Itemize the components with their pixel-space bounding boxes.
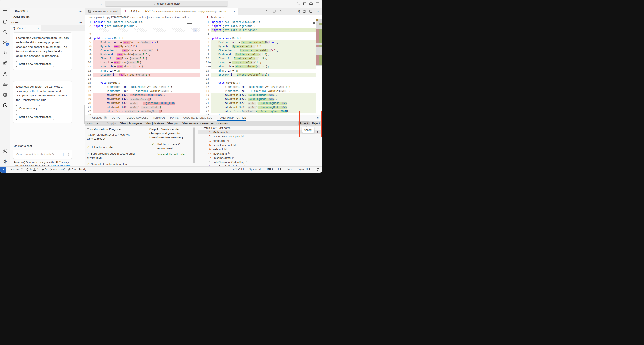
diff-original-editor[interactable]: 1package com.unicorn.store.utils;2import… [86, 20, 203, 115]
reject-button[interactable]: Reject [312, 122, 320, 125]
new-chat-tab-icon[interactable]: + [44, 26, 46, 30]
breadcrumb-item[interactable]: com [155, 16, 160, 19]
file-row-unicorns-xhtml[interactable]: unicorns.xhtmlM [198, 156, 322, 160]
chat-more-icon[interactable]: ··· [79, 21, 82, 24]
section-chat[interactable]: › CHAT ··· [10, 20, 86, 25]
notifications-bell-icon[interactable] [316, 168, 319, 171]
sidebar-more-icon[interactable]: ··· [79, 10, 82, 13]
panel-tab-terminal[interactable]: TERMINAL [153, 115, 166, 120]
tab-preview-summary[interactable]: Preview summary.md [86, 8, 121, 15]
breadcrumb-item[interactable]: Math.java [211, 16, 222, 19]
accept-button[interactable]: Accept [298, 122, 310, 125]
encoding[interactable]: UTF-8 [266, 168, 273, 171]
breadcrumb-item[interactable]: ... [225, 16, 228, 19]
view-plan-action[interactable]: View plan [168, 122, 179, 125]
cursor-position[interactable]: Ln 3, Col 1 [232, 168, 244, 171]
toggle-secondary-sidebar-icon[interactable] [316, 2, 320, 6]
view-summary-button[interactable]: View summary [16, 105, 40, 111]
start-a-new-transformation-button[interactable]: Start a new transformation [16, 61, 54, 67]
breadcrumb-item[interactable]: utils [182, 16, 187, 19]
language-mode[interactable]: Java [286, 168, 292, 171]
back-icon[interactable]: ← [92, 2, 97, 6]
breadcrumb-item[interactable]: src [132, 16, 136, 19]
split-editor-icon[interactable] [309, 10, 312, 13]
breadcrumb-item[interactable]: project-copy-1739707567962 [96, 16, 130, 19]
breadcrumb-item[interactable]: java [147, 16, 152, 19]
toggle-sidebar-icon[interactable] [302, 2, 307, 6]
account-icon[interactable] [2, 148, 8, 154]
breadcrumb-item[interactable]: unicorn [162, 16, 171, 19]
send-icon[interactable] [66, 153, 70, 156]
run-debug-icon[interactable] [2, 50, 8, 56]
amazon-q-status-item[interactable]: Amazon Q [49, 168, 65, 171]
toggle-panel-icon[interactable] [309, 2, 313, 6]
forward-icon[interactable]: → [98, 2, 103, 6]
panel-tab-problems[interactable]: PROBLEMS1 [89, 115, 107, 120]
pilcrow-icon[interactable]: ¶ [298, 10, 300, 13]
left-scrollbar-thumb[interactable] [187, 23, 192, 24]
explorer-icon[interactable] [2, 19, 8, 24]
diff-modified-editor[interactable]: 1package com.unicorn.store.utils;2import… [203, 20, 322, 115]
command-center-search[interactable]: unicorn-store-javax [105, 1, 228, 6]
extensions-icon[interactable] [2, 61, 8, 66]
menu-icon[interactable] [2, 9, 8, 14]
eol[interactable]: LF [278, 168, 281, 171]
copy-icon[interactable] [272, 10, 276, 13]
chat-input[interactable] [16, 153, 62, 156]
tab-math-java-diff[interactable]: J Math.java ↔ Math.java src/main/java/co… [121, 8, 238, 15]
ports-item[interactable]: 0 [41, 168, 46, 171]
close-icon[interactable]: × [38, 26, 40, 30]
chat-tab[interactable]: Q - Code Tra... × [10, 25, 41, 31]
section-code-issues[interactable]: › CODE ISSUES [10, 14, 86, 20]
test-beaker-icon[interactable] [2, 71, 8, 77]
file-row-index-xhtml[interactable]: index.xhtmlM [198, 151, 322, 156]
customize-layout-icon[interactable] [296, 2, 300, 6]
arrow-up-icon[interactable] [279, 10, 282, 13]
docker-icon[interactable] [2, 82, 8, 87]
view-job-status-action[interactable]: View job status [146, 122, 164, 125]
arrow-down-icon[interactable] [285, 10, 289, 13]
view-job-progress-action[interactable]: View job progress [120, 122, 142, 125]
view-summary-action[interactable]: View summary [182, 122, 200, 125]
panel-more-icon[interactable]: ··· [306, 116, 309, 120]
panel-close-icon[interactable]: × [317, 116, 318, 120]
status-scrollbar[interactable] [193, 128, 195, 163]
indentation[interactable]: Spaces: 4 [249, 168, 260, 171]
overview-ruler[interactable] [316, 19, 322, 116]
chat-scrollbar[interactable] [84, 105, 85, 124]
panel-tab-ports[interactable]: PORTS [170, 115, 179, 120]
breadcrumb-item[interactable]: tmp [89, 16, 93, 19]
run-icon[interactable]: › [265, 10, 270, 13]
search-icon[interactable] [2, 29, 8, 35]
problems-item[interactable]: 0 1 [26, 168, 38, 171]
panel-tab-output[interactable]: OUTPUT [112, 115, 122, 120]
diff-revert-arrow-button[interactable]: → [192, 28, 197, 32]
file-row-unicornpresenter-java[interactable]: JUnicornPresenter.javaM [198, 134, 322, 138]
code-text: Double d = Double.valueOf(d:1.0); [212, 52, 316, 56]
panel-tab-code-reference-log[interactable]: CODE REFERENCE LOG [184, 115, 212, 120]
settings-gear-icon[interactable]: ⚙ [2, 159, 8, 164]
file-row-buildcommandoutput-log[interactable]: buildCommandOutput.logA [198, 160, 322, 164]
right-scrollbar-thumb[interactable] [312, 22, 316, 24]
start-a-new-transformation-button[interactable]: Start a new transformation [16, 114, 54, 120]
keyboard-layout[interactable]: Layout: U.S. [297, 168, 311, 171]
source-control-icon[interactable]: 1 [2, 40, 8, 45]
java-status-item[interactable]: Java: Ready [68, 168, 86, 171]
breadcrumb-item[interactable]: main [138, 16, 144, 19]
git-branch-item[interactable]: main* [9, 168, 24, 171]
map-icon[interactable] [302, 10, 306, 13]
kubernetes-icon[interactable] [2, 92, 8, 98]
close-icon[interactable]: × [234, 10, 236, 13]
remote-indicator[interactable]: >< [0, 166, 6, 172]
amazon-q-icon[interactable] [2, 102, 8, 108]
chat-input-box[interactable] [13, 150, 72, 159]
file-row-beans-xml[interactable]: beans.xmlM [198, 138, 322, 143]
panel-tab-transformation-hub[interactable]: TRANSFORMATION HUB [217, 115, 246, 120]
panel-tab-debug-console[interactable]: DEBUG CONSOLE [126, 115, 148, 120]
file-row-web-xml[interactable]: web.xmlM [198, 147, 322, 151]
more-icon[interactable]: ··· [316, 10, 319, 13]
panel-maximize-icon[interactable]: › [311, 118, 314, 118]
file-row-persistence-xml[interactable]: persistence.xmlM [198, 143, 322, 147]
breadcrumb-item[interactable]: store [174, 16, 180, 19]
swap-icon[interactable] [292, 10, 295, 13]
